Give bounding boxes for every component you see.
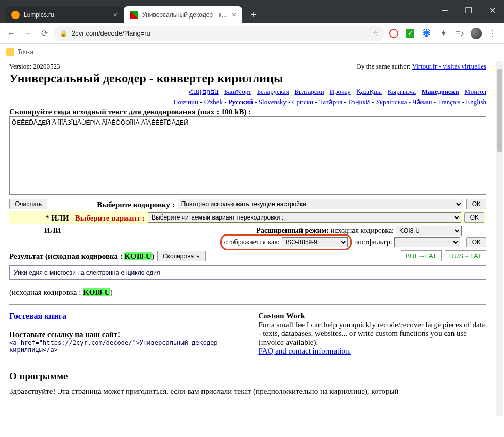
clear-button[interactable]: Очистить	[9, 199, 47, 209]
maximize-button[interactable]: ☐	[457, 0, 480, 21]
lang-link[interactable]: Македонски	[422, 88, 459, 95]
src-encoding-label: исходная кодировка:	[331, 227, 394, 235]
or-label-2: ИЛИ	[44, 227, 61, 235]
scrollbar[interactable]	[496, 60, 504, 416]
media-icon[interactable]: ≡♪	[452, 26, 467, 41]
lang-link[interactable]: Српски	[292, 98, 313, 106]
lang-link[interactable]: Иронау	[330, 88, 351, 95]
lang-link[interactable]: Հայերեն	[189, 88, 219, 95]
back-button[interactable]: ←	[4, 26, 19, 41]
extension-opera-icon[interactable]	[387, 26, 401, 41]
result-label: Результат (исходная кодировка : KOI8-U)	[9, 252, 154, 261]
encoding-select[interactable]: Повторно использовать текущие настройки	[178, 199, 463, 209]
star-icon[interactable]: ☆	[372, 29, 378, 37]
guestbook-link[interactable]: Гостевая книга	[9, 312, 66, 321]
forward-button[interactable]: →	[21, 26, 35, 41]
custom-work-title: Custom Work	[259, 312, 487, 321]
lang-link[interactable]: Кыргызча	[388, 88, 416, 95]
lang-link[interactable]: Slovensky	[259, 98, 287, 106]
tab-lumpics[interactable]: Lumpics.ru ×	[5, 6, 124, 23]
favicon-icon	[11, 11, 20, 19]
version-text: Version: 20200523	[9, 62, 60, 71]
bookmark-item[interactable]: Точка	[18, 48, 33, 56]
lang-link[interactable]: English	[466, 98, 486, 106]
language-links: Հայերեն - Башҡорт - Беларуская - Българс…	[9, 87, 486, 107]
tab-title: Универсальный декодер - конв	[142, 11, 228, 19]
lang-link[interactable]: Українська	[376, 98, 407, 106]
source-textarea[interactable]: ÔÉÊÉĎĂДЕЙ Ă ĬÍĬĂЗĬЦÂÚÉРÍÁ ĂÎĂĔÔÔОÎÎÍÁ ÅÎ…	[9, 116, 486, 195]
lang-link[interactable]: Чӑваш	[412, 98, 432, 106]
lang-link[interactable]: Монгол	[464, 88, 486, 95]
extension-checkmark-icon[interactable]: ✓	[403, 26, 417, 41]
page-title: Универсальный декодер - конвертер кирилл…	[9, 72, 486, 86]
virtour-link[interactable]: Virtour.fr - visites virtuelles	[412, 62, 486, 70]
profile-avatar[interactable]	[469, 26, 483, 41]
minimize-button[interactable]: ─	[433, 0, 457, 21]
bookmarks-bar: Точка	[0, 44, 504, 60]
url-text: 2cyr.com/decode/?lang=ru	[72, 29, 150, 37]
close-tab-icon[interactable]: ×	[232, 11, 236, 19]
lock-icon: 🔒	[60, 30, 68, 37]
choose-variant-label: Выберите вариант :	[75, 214, 145, 223]
postfilter-label: постфильтр:	[354, 238, 392, 246]
ok-encoding-button[interactable]: OK	[466, 199, 486, 209]
lang-link[interactable]: Русский	[228, 98, 253, 106]
result-box: Уики едия е многоези на електронна енцик…	[9, 265, 486, 280]
variant-select[interactable]: Выберите читаемый вариант перекодировки …	[148, 212, 461, 223]
extensions-icon[interactable]: ✦	[436, 26, 450, 41]
extension-globe-icon[interactable]: 🌐︎	[419, 26, 434, 41]
ext-mode-label: Расширенный режим:	[256, 227, 329, 235]
ok-variant-button[interactable]: OK	[464, 212, 484, 223]
tab-strip: Lumpics.ru × Универсальный декодер - кон…	[0, 4, 504, 23]
lang-link[interactable]: O'zbek	[204, 98, 223, 106]
folder-icon	[6, 48, 14, 56]
address-bar[interactable]: 🔒 2cyr.com/decode/?lang=ru ☆	[54, 26, 384, 41]
close-tab-icon[interactable]: ×	[113, 11, 117, 19]
link-code: <a href="https://2cyr.com/decode/">Униве…	[9, 339, 238, 354]
src-encoding-select[interactable]: KOI8-U	[396, 226, 462, 236]
lang-link[interactable]: Башҡорт	[224, 88, 251, 95]
lang-link[interactable]: Тата́рча	[319, 98, 342, 106]
faq-link[interactable]: FAQ and contact information.	[259, 347, 351, 355]
bul-lat-button[interactable]: BUL→LAT	[401, 250, 442, 261]
favicon-icon	[130, 11, 138, 19]
put-link-label: Поставьте ссылку на наш сайт!	[9, 330, 238, 339]
src-encoding-info: (исходная кодировка : KOI8-U)	[9, 288, 486, 297]
about-text: Здравствуйте! Эта страница может пригоди…	[9, 387, 486, 396]
scroll-thumb[interactable]	[497, 69, 502, 152]
source-label: Скопируйте сюда исходный текст для декод…	[9, 108, 486, 116]
displayed-as-label: отображается как:	[224, 238, 280, 246]
custom-work-text: For a small fee I can help you quickly r…	[259, 321, 487, 347]
ok-ext-button[interactable]: OK	[466, 237, 486, 247]
copy-button[interactable]: Скопировать	[157, 251, 206, 261]
tab-title: Lumpics.ru	[24, 11, 109, 19]
about-title: О программе	[9, 371, 486, 382]
lang-link[interactable]: Български	[294, 88, 324, 95]
displayed-as-select[interactable]: ISO-8859-9	[282, 237, 348, 247]
lang-link[interactable]: Қазақша	[356, 88, 381, 95]
lang-link[interactable]: Тоҷикӣ	[348, 98, 370, 106]
or-label-1: * ИЛИ	[45, 214, 69, 223]
new-tab-button[interactable]: +	[246, 8, 261, 22]
choose-encoding-label: Выберите кодировку :	[97, 200, 174, 209]
tab-decoder[interactable]: Универсальный декодер - конв ×	[124, 6, 242, 23]
toolbar: ← → ⟳ 🔒 2cyr.com/decode/?lang=ru ☆ ✓ 🌐︎ …	[0, 23, 504, 44]
reload-button[interactable]: ⟳	[37, 26, 52, 41]
postfilter-select[interactable]	[394, 237, 460, 247]
lang-link[interactable]: Нохчийн	[173, 98, 198, 106]
author-line: By the same author: Virtour.fr - visites…	[357, 62, 486, 71]
close-button[interactable]: ✕	[480, 0, 504, 21]
menu-button[interactable]: ⋮	[485, 26, 500, 41]
rus-lat-button[interactable]: RUS→LAT	[445, 250, 486, 261]
lang-link[interactable]: Français	[438, 98, 460, 106]
lang-link[interactable]: Беларуская	[257, 88, 289, 95]
